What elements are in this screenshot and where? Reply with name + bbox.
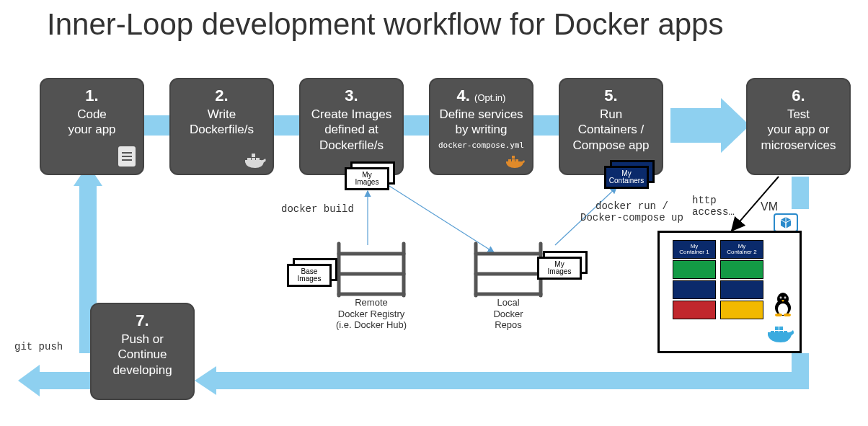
document-icon bbox=[118, 146, 136, 167]
label-remote-registry: Remote Docker Registry (i.e. Docker Hub) bbox=[321, 297, 422, 331]
label-local-repos: Local Docker Repos bbox=[479, 297, 537, 331]
label-http-access: http access… bbox=[692, 195, 735, 218]
svg-point-40 bbox=[784, 297, 785, 298]
vm-panel: My Container 1 My Container 2 bbox=[657, 231, 802, 353]
step-6-test: 6. Test your app or microservices bbox=[746, 78, 851, 175]
svg-rect-49 bbox=[779, 327, 783, 330]
vm-container-col-1: My Container 1 bbox=[673, 240, 716, 321]
page-title: Inner-Loop development workflow for Dock… bbox=[47, 7, 723, 42]
step-2-dockerfile: 2. Write Dockerfile/s bbox=[169, 78, 274, 175]
svg-rect-7 bbox=[40, 372, 90, 389]
vm-label: VM bbox=[761, 200, 778, 213]
svg-rect-16 bbox=[512, 156, 515, 159]
svg-point-39 bbox=[780, 297, 781, 298]
step-7-push: 7. Push or Continue developing bbox=[90, 303, 195, 400]
svg-rect-12 bbox=[252, 154, 255, 157]
svg-point-36 bbox=[778, 303, 788, 315]
shelf-local-repos bbox=[469, 244, 548, 303]
step-1-code: 1. Code your app bbox=[40, 78, 144, 175]
linux-penguin-icon bbox=[772, 292, 794, 319]
vm-container-col-2: My Container 2 bbox=[720, 240, 763, 321]
docker-whale-icon bbox=[768, 324, 795, 347]
docker-icon bbox=[506, 154, 526, 169]
label-docker-run: docker run / Docker-compose up bbox=[580, 200, 683, 223]
arrow-myimages-to-local bbox=[389, 186, 494, 252]
shelf-remote-registry bbox=[332, 244, 411, 303]
git-push-arrow bbox=[18, 365, 90, 396]
step-4-compose: 4. (Opt.in) Define services by writing d… bbox=[429, 78, 533, 175]
step-3-create-images: 3. Create Images defined at Dockerfile/s bbox=[299, 78, 404, 175]
svg-marker-8 bbox=[18, 365, 40, 396]
svg-rect-48 bbox=[775, 327, 779, 330]
svg-marker-5 bbox=[195, 366, 216, 395]
svg-marker-4 bbox=[670, 98, 750, 153]
docker-icon bbox=[245, 151, 267, 169]
label-git-push: git push bbox=[14, 341, 63, 352]
label-docker-build: docker build bbox=[281, 203, 354, 215]
